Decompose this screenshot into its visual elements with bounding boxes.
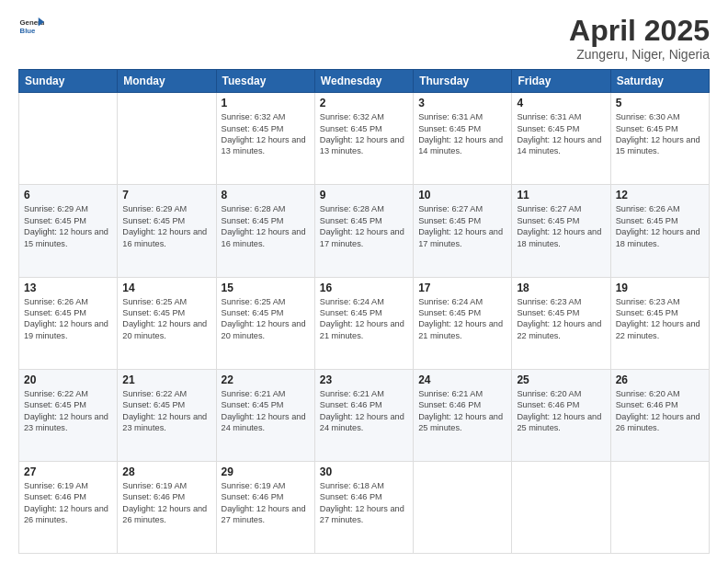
table-cell: 13Sunrise: 6:26 AMSunset: 6:45 PMDayligh… [19,277,118,369]
day-info: Sunrise: 6:18 AMSunset: 6:46 PMDaylight:… [320,480,408,526]
col-friday: Friday [512,70,610,93]
week-row-4: 27Sunrise: 6:19 AMSunset: 6:46 PMDayligh… [19,461,710,553]
title-block: April 2025 Zungeru, Niger, Nigeria [569,15,710,62]
col-tuesday: Tuesday [216,70,314,93]
day-info: Sunrise: 6:19 AMSunset: 6:46 PMDaylight:… [24,480,112,526]
calendar-header-row: Sunday Monday Tuesday Wednesday Thursday… [19,70,710,93]
table-cell: 27Sunrise: 6:19 AMSunset: 6:46 PMDayligh… [19,461,118,553]
table-cell [414,461,512,553]
week-row-3: 20Sunrise: 6:22 AMSunset: 6:45 PMDayligh… [19,369,710,461]
week-row-0: 1Sunrise: 6:32 AMSunset: 6:45 PMDaylight… [19,93,710,185]
day-info: Sunrise: 6:28 AMSunset: 6:45 PMDaylight:… [222,203,310,249]
month-title: April 2025 [569,15,710,47]
day-number: 9 [320,189,408,201]
day-number: 20 [24,373,112,386]
col-monday: Monday [118,70,216,93]
day-number: 7 [122,189,210,201]
table-cell: 21Sunrise: 6:22 AMSunset: 6:45 PMDayligh… [118,369,216,461]
day-number: 25 [517,373,605,386]
table-cell: 30Sunrise: 6:18 AMSunset: 6:46 PMDayligh… [314,461,413,553]
day-info: Sunrise: 6:19 AMSunset: 6:46 PMDaylight:… [122,480,210,526]
day-info: Sunrise: 6:29 AMSunset: 6:45 PMDaylight:… [122,203,210,249]
week-row-2: 13Sunrise: 6:26 AMSunset: 6:45 PMDayligh… [19,277,710,369]
col-saturday: Saturday [610,70,709,93]
table-cell: 26Sunrise: 6:20 AMSunset: 6:46 PMDayligh… [610,369,709,461]
table-cell: 23Sunrise: 6:21 AMSunset: 6:46 PMDayligh… [314,369,413,461]
day-info: Sunrise: 6:24 AMSunset: 6:45 PMDaylight:… [320,296,408,342]
day-number: 19 [616,282,704,294]
day-number: 2 [320,97,408,109]
day-number: 17 [418,282,506,294]
day-info: Sunrise: 6:26 AMSunset: 6:45 PMDaylight:… [616,203,704,249]
day-info: Sunrise: 6:29 AMSunset: 6:45 PMDaylight:… [24,203,112,249]
table-cell [610,461,709,553]
day-info: Sunrise: 6:31 AMSunset: 6:45 PMDaylight:… [517,111,605,157]
table-cell: 24Sunrise: 6:21 AMSunset: 6:46 PMDayligh… [414,369,512,461]
day-info: Sunrise: 6:23 AMSunset: 6:45 PMDaylight:… [517,296,605,342]
day-number: 14 [122,282,210,294]
day-number: 18 [517,282,605,294]
day-number: 16 [320,282,408,294]
logo: General Blue [18,15,44,40]
table-cell: 28Sunrise: 6:19 AMSunset: 6:46 PMDayligh… [118,461,216,553]
day-info: Sunrise: 6:28 AMSunset: 6:45 PMDaylight:… [320,203,408,249]
table-cell: 12Sunrise: 6:26 AMSunset: 6:45 PMDayligh… [610,185,709,277]
day-number: 27 [24,465,112,478]
day-info: Sunrise: 6:21 AMSunset: 6:45 PMDaylight:… [222,388,310,434]
day-number: 1 [222,97,310,109]
day-number: 13 [24,282,112,294]
day-info: Sunrise: 6:32 AMSunset: 6:45 PMDaylight:… [320,111,408,157]
day-info: Sunrise: 6:21 AMSunset: 6:46 PMDaylight:… [320,388,408,434]
day-info: Sunrise: 6:23 AMSunset: 6:45 PMDaylight:… [616,296,704,342]
table-cell: 16Sunrise: 6:24 AMSunset: 6:45 PMDayligh… [314,277,413,369]
table-cell: 2Sunrise: 6:32 AMSunset: 6:45 PMDaylight… [314,93,413,185]
day-number: 24 [418,373,506,386]
table-cell: 3Sunrise: 6:31 AMSunset: 6:45 PMDaylight… [414,93,512,185]
day-info: Sunrise: 6:19 AMSunset: 6:46 PMDaylight:… [222,480,310,526]
table-cell: 29Sunrise: 6:19 AMSunset: 6:46 PMDayligh… [216,461,314,553]
location: Zungeru, Niger, Nigeria [569,47,710,62]
table-cell: 17Sunrise: 6:24 AMSunset: 6:45 PMDayligh… [414,277,512,369]
day-number: 15 [222,282,310,294]
table-cell: 14Sunrise: 6:25 AMSunset: 6:45 PMDayligh… [118,277,216,369]
table-cell: 4Sunrise: 6:31 AMSunset: 6:45 PMDaylight… [512,93,610,185]
table-cell [512,461,610,553]
week-row-1: 6Sunrise: 6:29 AMSunset: 6:45 PMDaylight… [19,185,710,277]
day-info: Sunrise: 6:21 AMSunset: 6:46 PMDaylight:… [418,388,506,434]
table-cell: 10Sunrise: 6:27 AMSunset: 6:45 PMDayligh… [414,185,512,277]
day-info: Sunrise: 6:27 AMSunset: 6:45 PMDaylight:… [418,203,506,249]
day-info: Sunrise: 6:25 AMSunset: 6:45 PMDaylight:… [222,296,310,342]
header: General Blue April 2025 Zungeru, Niger, … [18,15,710,62]
day-number: 12 [616,189,704,201]
day-number: 30 [320,465,408,478]
table-cell: 7Sunrise: 6:29 AMSunset: 6:45 PMDaylight… [118,185,216,277]
day-info: Sunrise: 6:32 AMSunset: 6:45 PMDaylight:… [222,111,310,157]
table-cell: 20Sunrise: 6:22 AMSunset: 6:45 PMDayligh… [19,369,118,461]
day-info: Sunrise: 6:26 AMSunset: 6:45 PMDaylight:… [24,296,112,342]
day-number: 23 [320,373,408,386]
col-thursday: Thursday [414,70,512,93]
day-number: 26 [616,373,704,386]
table-cell [118,93,216,185]
table-cell [19,93,118,185]
day-info: Sunrise: 6:20 AMSunset: 6:46 PMDaylight:… [616,388,704,434]
table-cell: 6Sunrise: 6:29 AMSunset: 6:45 PMDaylight… [19,185,118,277]
day-number: 6 [24,189,112,201]
day-info: Sunrise: 6:30 AMSunset: 6:45 PMDaylight:… [616,111,704,157]
day-info: Sunrise: 6:20 AMSunset: 6:46 PMDaylight:… [517,388,605,434]
col-sunday: Sunday [19,70,118,93]
day-info: Sunrise: 6:27 AMSunset: 6:45 PMDaylight:… [517,203,605,249]
day-info: Sunrise: 6:25 AMSunset: 6:45 PMDaylight:… [122,296,210,342]
page: General Blue April 2025 Zungeru, Niger, … [0,0,728,563]
day-info: Sunrise: 6:22 AMSunset: 6:45 PMDaylight:… [122,388,210,434]
day-number: 11 [517,189,605,201]
day-info: Sunrise: 6:31 AMSunset: 6:45 PMDaylight:… [418,111,506,157]
day-info: Sunrise: 6:24 AMSunset: 6:45 PMDaylight:… [418,296,506,342]
table-cell: 1Sunrise: 6:32 AMSunset: 6:45 PMDaylight… [216,93,314,185]
day-number: 5 [616,97,704,109]
day-number: 8 [222,189,310,201]
day-number: 29 [222,465,310,478]
table-cell: 9Sunrise: 6:28 AMSunset: 6:45 PMDaylight… [314,185,413,277]
table-cell: 5Sunrise: 6:30 AMSunset: 6:45 PMDaylight… [610,93,709,185]
table-cell: 22Sunrise: 6:21 AMSunset: 6:45 PMDayligh… [216,369,314,461]
